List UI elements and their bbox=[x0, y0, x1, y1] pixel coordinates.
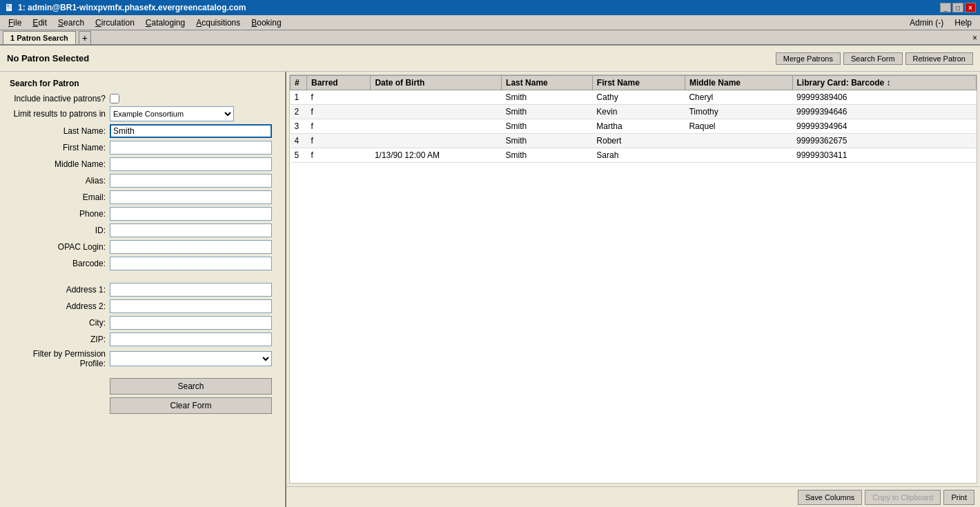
menu-edit[interactable]: Edit bbox=[27, 17, 52, 29]
last-name-input[interactable] bbox=[110, 124, 272, 138]
col-first-name[interactable]: First Name bbox=[592, 76, 685, 90]
cell-dob bbox=[371, 105, 502, 119]
email-input[interactable] bbox=[110, 190, 272, 204]
tab-add-button[interactable]: + bbox=[79, 31, 91, 44]
minimize-button[interactable]: _ bbox=[940, 3, 951, 12]
title-bar-controls: _ □ × bbox=[940, 3, 976, 12]
table-row[interactable]: 3 f Smith Martha Raquel 99999394964 bbox=[291, 119, 977, 134]
include-inactive-checkbox[interactable] bbox=[110, 94, 119, 103]
results-table: # Barred Date of Birth Last Name First N… bbox=[290, 75, 977, 163]
table-row[interactable]: 2 f Smith Kevin Timothy 99999394646 bbox=[291, 105, 977, 119]
right-panel: # Barred Date of Birth Last Name First N… bbox=[286, 72, 980, 507]
alias-input[interactable] bbox=[110, 174, 272, 188]
menu-booking[interactable]: Booking bbox=[246, 17, 286, 29]
cell-barred: f bbox=[307, 148, 371, 163]
print-button[interactable]: Print bbox=[943, 490, 974, 505]
merge-patrons-button[interactable]: Merge Patrons bbox=[776, 52, 841, 65]
tab-bar: 1 Patron Search + × bbox=[0, 30, 980, 46]
address1-input[interactable] bbox=[110, 283, 272, 297]
col-barred[interactable]: Barred bbox=[307, 76, 371, 90]
retrieve-patron-button[interactable]: Retrieve Patron bbox=[905, 52, 973, 65]
last-name-label: Last Name: bbox=[10, 126, 110, 136]
cell-num: 5 bbox=[291, 148, 307, 163]
left-panel: Search for Patron Include inactive patro… bbox=[0, 72, 286, 507]
cell-library-card: 99999362675 bbox=[792, 134, 976, 148]
cell-last-name: Smith bbox=[502, 148, 593, 163]
main-content: No Patron Selected Merge Patrons Search … bbox=[0, 46, 980, 507]
copy-to-clipboard-button[interactable]: Copy to Clipboard bbox=[865, 490, 941, 505]
phone-row: Phone: bbox=[10, 207, 275, 221]
first-name-input[interactable] bbox=[110, 141, 272, 155]
first-name-row: First Name: bbox=[10, 141, 275, 155]
save-columns-button[interactable]: Save Columns bbox=[798, 490, 863, 505]
tab-patron-search[interactable]: 1 Patron Search bbox=[3, 31, 76, 44]
bottom-bar: Save Columns Copy to Clipboard Print bbox=[286, 486, 980, 507]
results-area: # Barred Date of Birth Last Name First N… bbox=[289, 74, 977, 484]
col-num[interactable]: # bbox=[291, 76, 307, 90]
cell-barred: f bbox=[307, 119, 371, 134]
city-label: City: bbox=[10, 318, 110, 328]
menu-cataloging[interactable]: Cataloging bbox=[140, 17, 190, 29]
cell-num: 2 bbox=[291, 105, 307, 119]
menu-admin[interactable]: Admin (-) bbox=[904, 17, 949, 29]
table-row[interactable]: 5 f 1/13/90 12:00 AM Smith Sarah 9999930… bbox=[291, 148, 977, 163]
middle-name-input[interactable] bbox=[110, 157, 272, 171]
cell-dob: 1/13/90 12:00 AM bbox=[371, 148, 502, 163]
cell-middle-name: Cheryl bbox=[685, 90, 792, 105]
search-form-button[interactable]: Search Form bbox=[843, 52, 903, 65]
tab-close-button[interactable]: × bbox=[972, 33, 977, 43]
cell-num: 4 bbox=[291, 134, 307, 148]
cell-dob bbox=[371, 134, 502, 148]
id-label: ID: bbox=[10, 226, 110, 235]
cell-num: 3 bbox=[291, 119, 307, 134]
cell-middle-name: Timothy bbox=[685, 105, 792, 119]
menu-bar: File Edit Search Circulation Cataloging … bbox=[0, 15, 980, 30]
permission-profile-label: Filter by Permission Profile: bbox=[10, 349, 110, 368]
top-buttons: Merge Patrons Search Form Retrieve Patro… bbox=[776, 52, 973, 65]
cell-barred: f bbox=[307, 134, 371, 148]
no-patron-label: No Patron Selected bbox=[7, 53, 89, 63]
opac-login-row: OPAC Login: bbox=[10, 240, 275, 254]
menu-search[interactable]: Search bbox=[52, 17, 90, 29]
id-input[interactable] bbox=[110, 223, 272, 237]
last-name-row: Last Name: bbox=[10, 124, 275, 138]
limit-results-select[interactable]: Example Consortium bbox=[110, 106, 234, 121]
col-library-card[interactable]: Library Card: Barcode ↕ bbox=[792, 76, 976, 90]
zip-input[interactable] bbox=[110, 332, 272, 346]
col-last-name[interactable]: Last Name bbox=[502, 76, 593, 90]
cell-library-card: 99999389406 bbox=[792, 90, 976, 105]
barcode-input[interactable] bbox=[110, 257, 272, 270]
menu-acquisitions[interactable]: Acquisitions bbox=[190, 17, 246, 29]
col-middle-name[interactable]: Middle Name bbox=[685, 76, 792, 90]
menu-help[interactable]: Help bbox=[949, 17, 977, 29]
opac-login-input[interactable] bbox=[110, 240, 272, 254]
clear-form-button[interactable]: Clear Form bbox=[110, 397, 272, 414]
cell-first-name: Robert bbox=[592, 134, 685, 148]
table-row[interactable]: 1 f Smith Cathy Cheryl 99999389406 bbox=[291, 90, 977, 105]
close-window-button[interactable]: × bbox=[965, 3, 976, 12]
cell-barred: f bbox=[307, 105, 371, 119]
top-bar: No Patron Selected Merge Patrons Search … bbox=[0, 46, 980, 72]
cell-library-card: 99999394964 bbox=[792, 119, 976, 134]
zip-row: ZIP: bbox=[10, 332, 275, 346]
city-input[interactable] bbox=[110, 316, 272, 330]
address1-label: Address 1: bbox=[10, 285, 110, 295]
menu-circulation[interactable]: Circulation bbox=[90, 17, 140, 29]
cell-last-name: Smith bbox=[502, 134, 593, 148]
table-row[interactable]: 4 f Smith Robert 99999362675 bbox=[291, 134, 977, 148]
address2-input[interactable] bbox=[110, 299, 272, 313]
col-dob[interactable]: Date of Birth bbox=[371, 76, 502, 90]
phone-input[interactable] bbox=[110, 207, 272, 221]
cell-last-name: Smith bbox=[502, 105, 593, 119]
cell-middle-name: Raquel bbox=[685, 119, 792, 134]
permission-profile-select[interactable] bbox=[110, 351, 272, 366]
alias-label: Alias: bbox=[10, 176, 110, 186]
city-row: City: bbox=[10, 316, 275, 330]
search-button[interactable]: Search bbox=[110, 378, 272, 395]
email-label: Email: bbox=[10, 192, 110, 202]
maximize-button[interactable]: □ bbox=[952, 3, 963, 12]
app-icon: 🖥 bbox=[4, 2, 14, 13]
opac-login-label: OPAC Login: bbox=[10, 242, 110, 252]
first-name-label: First Name: bbox=[10, 143, 110, 152]
menu-file[interactable]: File bbox=[3, 17, 27, 29]
